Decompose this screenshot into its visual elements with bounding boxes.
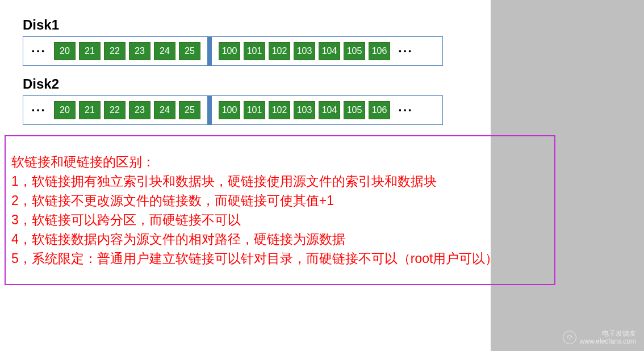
disk2-row: ··· 20 21 22 23 24 25 100 101 102 103 10… [23, 95, 443, 125]
disk-block: 22 [104, 101, 126, 119]
disk1-row: ··· 20 21 22 23 24 25 100 101 102 103 10… [23, 36, 443, 66]
disk-block: 100 [219, 42, 240, 60]
disk1-label: Disk1 [23, 17, 644, 33]
disk-block: 25 [179, 42, 200, 60]
note-line: 2，软链接不更改源文件的链接数，而硬链接可使其值+1 [11, 191, 549, 210]
disk-block: 104 [319, 101, 340, 119]
partition-separator [207, 36, 212, 66]
disk-block: 106 [369, 101, 390, 119]
ellipsis-icon: ··· [390, 102, 421, 118]
disk-block: 20 [54, 42, 76, 60]
note-line: 5，系统限定：普通用户建立软链接可以针对目录，而硬链接不可以（root用户可以） [11, 249, 549, 268]
note-line: 3，软链接可以跨分区，而硬链接不可以 [11, 210, 549, 229]
disk-block: 101 [244, 101, 265, 119]
note-line: 1，软链接拥有独立索引块和数据块，硬链接使用源文件的索引块和数据块 [11, 172, 549, 191]
notes-box: 软链接和硬链接的区别： 1，软链接拥有独立索引块和数据块，硬链接使用源文件的索引… [5, 135, 555, 285]
disk-block: 20 [54, 101, 76, 119]
disk-block: 24 [154, 101, 175, 119]
disk-block: 105 [344, 42, 365, 60]
disk-block: 106 [369, 42, 390, 60]
disk-block: 22 [104, 42, 126, 60]
disk-block: 21 [79, 101, 101, 119]
partition-separator [207, 95, 212, 125]
watermark-url: www.elecfans.com [580, 337, 636, 345]
disk2-label: Disk2 [23, 76, 644, 92]
disk-block: 104 [319, 42, 340, 60]
disk-block: 102 [269, 101, 290, 119]
ellipsis-icon: ··· [390, 43, 421, 59]
disk-block: 21 [79, 42, 101, 60]
disk-block: 102 [269, 42, 290, 60]
disk-block: 25 [179, 101, 200, 119]
watermark-logo-icon [563, 331, 576, 344]
note-line: 4，软链接数据内容为源文件的相对路径，硬链接为源数据 [11, 229, 549, 249]
ellipsis-icon: ··· [23, 102, 54, 118]
disk-block: 24 [154, 42, 175, 60]
disk-block: 23 [129, 42, 150, 60]
diagram-content: Disk1 ··· 20 21 22 23 24 25 100 101 102 … [0, 0, 644, 125]
disk-block: 100 [219, 101, 240, 119]
disk-block: 105 [344, 101, 365, 119]
ellipsis-icon: ··· [23, 43, 54, 59]
svg-point-0 [568, 338, 570, 339]
notes-title: 软链接和硬链接的区别： [11, 152, 549, 172]
disk-block: 103 [294, 101, 315, 119]
watermark-name: 电子发烧友 [580, 329, 636, 337]
watermark: 电子发烧友 www.elecfans.com [563, 329, 636, 345]
disk-block: 23 [129, 101, 150, 119]
disk-block: 103 [294, 42, 315, 60]
disk-block: 101 [244, 42, 265, 60]
